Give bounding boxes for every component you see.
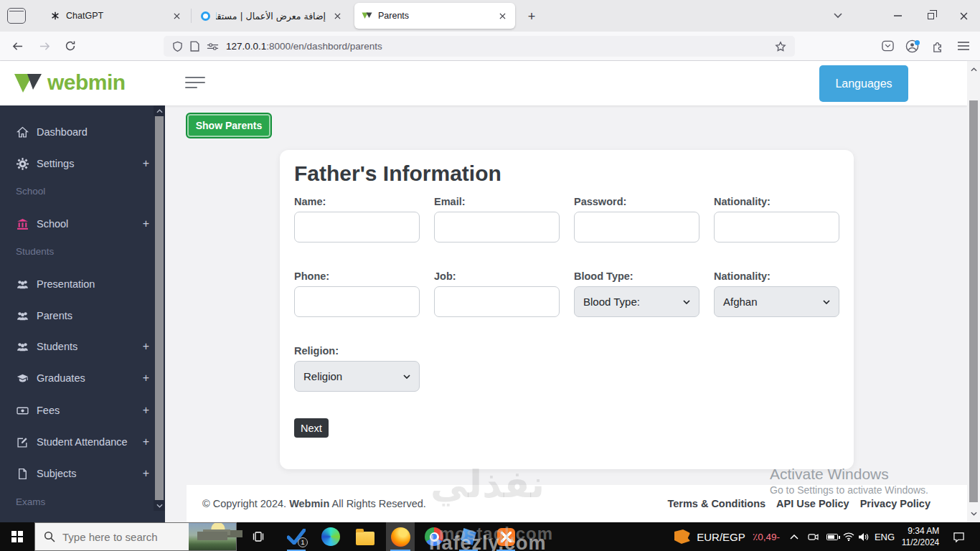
form-title: Father's Information (294, 161, 501, 186)
file-icon (16, 467, 29, 480)
phone-input[interactable] (294, 286, 420, 317)
close-icon[interactable] (496, 10, 508, 22)
currency-widget-button[interactable] (670, 522, 694, 551)
volume-icon[interactable] (854, 522, 874, 551)
bank-icon (16, 217, 29, 230)
email-input[interactable] (434, 212, 560, 242)
email-label: Email: (434, 196, 563, 207)
privacy-link[interactable]: Privacy Policy (860, 498, 930, 509)
file-explorer-button[interactable] (352, 522, 379, 551)
scrollbar-thumb[interactable] (155, 116, 164, 500)
browser-navbar: 127.0.0.1:8000/en/dashbord/parents (0, 32, 980, 61)
scroll-down-icon[interactable] (154, 500, 165, 511)
users-icon (16, 340, 29, 353)
password-label: Password: (574, 196, 703, 207)
password-input[interactable] (574, 212, 699, 242)
sidebar-item-school[interactable]: School + (0, 216, 154, 232)
account-icon[interactable] (901, 36, 923, 56)
checklist-app-button[interactable]: 1 (283, 522, 310, 551)
new-tab-button[interactable]: + (522, 7, 541, 26)
taskbar-search[interactable] (34, 522, 237, 551)
restore-button[interactable] (914, 0, 947, 32)
nationality-label: Nationality: (714, 196, 843, 207)
expand-plus[interactable]: + (143, 372, 154, 385)
pocket-icon[interactable] (877, 36, 898, 56)
sidebar-section-students: Students (16, 246, 54, 257)
expand-plus[interactable]: + (143, 157, 154, 170)
expand-plus[interactable]: + (143, 340, 154, 353)
scroll-up-icon[interactable] (154, 105, 165, 116)
bookmark-star-icon[interactable] (775, 41, 786, 52)
scroll-up-icon[interactable] (967, 64, 980, 75)
sidebar-item-presentation[interactable]: Presentation (0, 276, 154, 292)
tab-mostaql[interactable]: إضافة معرض الأعمال | مستقل (194, 3, 350, 29)
nationality2-label: Nationality: (714, 270, 843, 282)
religion-select[interactable]: Religion (294, 361, 420, 392)
start-button[interactable] (0, 522, 34, 551)
api-policy-link[interactable]: API Use Policy (776, 498, 849, 509)
sidebar-item-student-attendance[interactable]: Student Attendance + (0, 434, 154, 450)
shield-icon[interactable] (172, 41, 183, 52)
chevron-down-icon (403, 375, 410, 379)
task-view-button[interactable] (245, 522, 271, 551)
sidebar-item-parents[interactable]: Parents (0, 308, 154, 324)
reload-button[interactable] (60, 36, 80, 56)
close-icon[interactable] (171, 10, 182, 22)
back-button[interactable] (7, 36, 27, 56)
firefox-view-button[interactable] (7, 8, 26, 24)
language-indicator[interactable]: ENG (872, 522, 897, 551)
sidebar-item-settings[interactable]: Settings + (0, 156, 154, 171)
sidebar-item-subjects[interactable]: Subjects + (0, 466, 154, 481)
sidebar-item-graduates[interactable]: Graduates + (0, 370, 154, 386)
url-bar[interactable]: 127.0.0.1:8000/en/dashbord/parents (164, 36, 795, 57)
edge-button[interactable] (317, 522, 344, 551)
webmin-logo[interactable]: webmin (13, 70, 126, 95)
browser-scrollbar[interactable] (967, 61, 980, 522)
currency-pair[interactable]: EUR/EGP (694, 522, 748, 551)
extensions-puzzle-icon[interactable] (927, 36, 948, 56)
scrollbar-thumb[interactable] (969, 100, 978, 502)
expand-plus[interactable]: + (143, 467, 154, 480)
sidebar-item-dashboard[interactable]: Dashboard (0, 124, 154, 140)
sidebar-section-exams: Exams (16, 496, 45, 507)
search-input[interactable] (62, 531, 177, 543)
meet-now-icon[interactable] (804, 522, 822, 551)
tab-chatgpt[interactable]: ChatGPT (43, 3, 189, 29)
nationality-select[interactable]: Afghan (714, 286, 839, 317)
menu-hamburger-icon[interactable] (953, 36, 974, 56)
terms-link[interactable]: Terms & Conditions (667, 498, 765, 509)
tab-parents[interactable]: Parents (354, 3, 515, 29)
show-parents-button[interactable]: Show Parents (186, 113, 272, 138)
forward-button[interactable] (34, 36, 55, 56)
job-input[interactable] (434, 286, 560, 317)
tray-time: 9:34 AM (908, 526, 939, 536)
expand-plus[interactable]: + (143, 404, 154, 417)
notification-center-icon[interactable] (947, 522, 970, 551)
taskbar-clock[interactable]: 9:34 AM11/2/2024 (897, 522, 944, 551)
expand-plus[interactable]: + (143, 435, 154, 448)
screen: ChatGPT إضافة معرض الأعمال | مستقل Paren… (0, 0, 980, 551)
languages-button[interactable]: Languages (819, 65, 908, 102)
blood-type-select[interactable]: Blood Type: (574, 286, 699, 317)
minimize-button[interactable] (881, 0, 914, 32)
sidebar-item-fees[interactable]: Fees + (0, 402, 154, 418)
tray-expand-chevron-icon[interactable] (785, 522, 804, 551)
sidebar-toggle-icon[interactable] (185, 77, 205, 90)
sidebar-scrollbar[interactable] (154, 105, 165, 522)
scroll-down-icon[interactable] (967, 508, 980, 519)
nationality-input[interactable] (714, 212, 839, 242)
browser-titlebar: ChatGPT إضافة معرض الأعمال | مستقل Paren… (0, 0, 980, 32)
close-window-button[interactable] (947, 0, 980, 32)
page-info-icon[interactable] (190, 41, 199, 52)
currency-change[interactable]: ٪0,49- (746, 522, 786, 551)
tab-title: إضافة معرض الأعمال | مستقل (216, 11, 326, 22)
permissions-icon[interactable] (207, 42, 219, 51)
firefox-button[interactable] (386, 522, 415, 551)
name-input[interactable] (294, 212, 420, 242)
search-highlight-image[interactable] (189, 523, 236, 550)
close-icon[interactable] (331, 10, 343, 22)
sidebar-item-students[interactable]: Students + (0, 339, 154, 354)
expand-plus[interactable]: + (143, 217, 154, 230)
next-button[interactable]: Next (294, 418, 329, 438)
list-all-tabs-button[interactable] (821, 0, 854, 32)
